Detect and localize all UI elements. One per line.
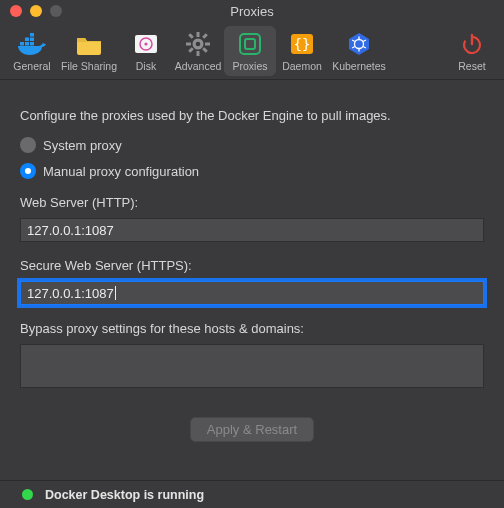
svg-rect-10 <box>197 32 200 37</box>
status-bar: Docker Desktop is running <box>0 480 504 508</box>
text-caret <box>115 286 116 300</box>
whale-icon <box>16 30 48 58</box>
radio-label: System proxy <box>43 138 122 153</box>
tab-advanced[interactable]: Advanced <box>172 26 224 76</box>
disk-icon <box>133 30 159 58</box>
svg-rect-2 <box>30 42 34 46</box>
window-title: Proxies <box>0 4 504 19</box>
svg-text:{}: {} <box>294 36 311 52</box>
tab-file-sharing[interactable]: File Sharing <box>58 26 120 76</box>
tab-label: Kubernetes <box>332 60 386 72</box>
titlebar: Proxies <box>0 0 504 22</box>
http-input[interactable] <box>20 218 484 242</box>
proxy-icon <box>237 30 263 58</box>
http-label: Web Server (HTTP): <box>20 195 484 210</box>
svg-rect-20 <box>245 39 255 49</box>
reset-label: Reset <box>458 60 485 72</box>
svg-rect-14 <box>188 33 194 39</box>
tab-disk[interactable]: Disk <box>120 26 172 76</box>
close-window-button[interactable] <box>10 5 22 17</box>
radio-indicator <box>20 163 36 179</box>
reset-button[interactable]: Reset <box>446 26 498 76</box>
folder-icon <box>75 30 103 58</box>
tab-label: Proxies <box>232 60 267 72</box>
svg-rect-19 <box>240 34 260 54</box>
window-controls <box>0 5 62 17</box>
svg-point-8 <box>144 42 147 45</box>
tab-label: Daemon <box>282 60 322 72</box>
svg-rect-5 <box>30 33 34 37</box>
svg-rect-11 <box>197 51 200 56</box>
svg-rect-4 <box>30 38 34 42</box>
radio-system-proxy[interactable]: System proxy <box>20 137 484 153</box>
https-input-value: 127.0.0.1:1087 <box>27 286 114 301</box>
svg-rect-15 <box>202 47 208 53</box>
braces-icon: {} <box>289 30 315 58</box>
content-pane: Configure the proxies used by the Docker… <box>0 80 504 442</box>
svg-point-18 <box>196 42 201 47</box>
bypass-input[interactable] <box>20 344 484 388</box>
tab-daemon[interactable]: {} Daemon <box>276 26 328 76</box>
status-indicator-icon <box>22 489 33 500</box>
minimize-window-button[interactable] <box>30 5 42 17</box>
svg-rect-3 <box>25 38 29 42</box>
status-text: Docker Desktop is running <box>45 488 204 502</box>
tab-label: General <box>13 60 50 72</box>
tab-label: Advanced <box>175 60 222 72</box>
svg-rect-17 <box>188 47 194 53</box>
toolbar: General File Sharing Disk <box>0 22 504 80</box>
tab-label: Disk <box>136 60 156 72</box>
svg-marker-23 <box>349 33 369 55</box>
bypass-label: Bypass proxy settings for these hosts & … <box>20 321 484 336</box>
toolbar-tabs: General File Sharing Disk <box>6 26 390 76</box>
svg-rect-13 <box>205 43 210 46</box>
apply-restart-button[interactable]: Apply & Restart <box>190 417 314 442</box>
tab-proxies[interactable]: Proxies <box>224 26 276 76</box>
apply-row: Apply & Restart <box>20 417 484 442</box>
tab-general[interactable]: General <box>6 26 58 76</box>
description-text: Configure the proxies used by the Docker… <box>20 108 484 123</box>
radio-indicator <box>20 137 36 153</box>
https-input[interactable]: 127.0.0.1:1087 <box>20 281 484 305</box>
radio-label: Manual proxy configuration <box>43 164 199 179</box>
tab-kubernetes[interactable]: Kubernetes <box>328 26 390 76</box>
gear-icon <box>185 30 211 58</box>
https-label: Secure Web Server (HTTPS): <box>20 258 484 273</box>
svg-rect-16 <box>202 33 208 39</box>
svg-rect-1 <box>25 42 29 46</box>
power-icon <box>460 30 484 58</box>
svg-rect-12 <box>186 43 191 46</box>
zoom-window-button[interactable] <box>50 5 62 17</box>
svg-rect-0 <box>20 42 24 46</box>
radio-manual-proxy[interactable]: Manual proxy configuration <box>20 163 484 179</box>
tab-label: File Sharing <box>61 60 117 72</box>
kubernetes-icon <box>346 30 372 58</box>
